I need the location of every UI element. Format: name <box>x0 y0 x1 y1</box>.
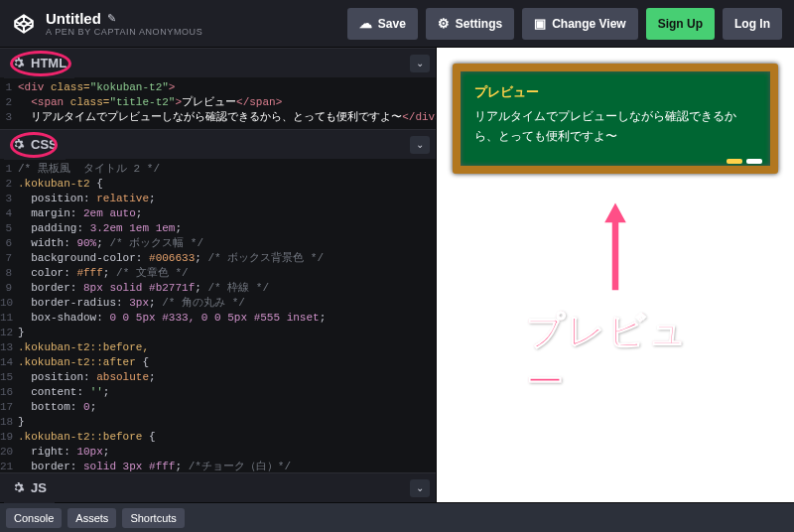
blackboard-body: リアルタイムでプレビューしながら確認できるから、とっても便利ですよ〜 <box>474 107 756 146</box>
log-in-button[interactable]: Log In <box>723 8 782 40</box>
codepen-logo-icon <box>12 12 36 36</box>
blackboard-title: プレビュー <box>474 83 756 101</box>
js-panel-label: JS <box>4 473 55 503</box>
top-bar: Untitled ✎ A PEN BY CAPTAIN ANONYMOUS ☁S… <box>0 0 794 48</box>
footer-bar: Console Assets Shortcuts <box>0 502 794 532</box>
assets-button[interactable]: Assets <box>67 508 116 528</box>
html-panel-label: HTML <box>4 49 74 78</box>
console-button[interactable]: Console <box>6 508 62 528</box>
chevron-down-icon[interactable]: ⌄ <box>410 55 430 72</box>
gear-icon: ⚙ <box>438 16 450 31</box>
editors-column: HTML ⌄ 1<div class="kokuban-t2"> 2 <span… <box>0 48 437 502</box>
sign-up-button[interactable]: Sign Up <box>646 8 715 40</box>
css-panel-label: CSS <box>4 130 66 160</box>
gear-icon[interactable] <box>12 138 25 151</box>
blackboard-box: プレビュー リアルタイムでプレビューしながら確認できるから、とっても便利ですよ〜 <box>453 64 778 174</box>
layout-icon: ▣ <box>534 16 546 31</box>
main: HTML ⌄ 1<div class="kokuban-t2"> 2 <span… <box>0 48 794 502</box>
chalk-yellow <box>727 159 742 164</box>
pencil-icon[interactable]: ✎ <box>107 12 116 25</box>
change-view-button[interactable]: ▣Change View <box>522 8 637 40</box>
annotation-label: プレビュー <box>526 306 705 407</box>
pen-title[interactable]: Untitled <box>46 10 101 27</box>
shortcuts-button[interactable]: Shortcuts <box>122 508 184 528</box>
chevron-down-icon[interactable]: ⌄ <box>410 136 430 154</box>
save-button[interactable]: ☁Save <box>347 8 418 40</box>
gear-icon[interactable] <box>12 481 25 494</box>
pen-meta: Untitled ✎ A PEN BY CAPTAIN ANONYMOUS <box>46 10 202 37</box>
css-editor[interactable]: 1/* 黒板風 タイトル 2 */ 2.kokuban-t2 { 3 posit… <box>0 159 436 472</box>
css-panel-header[interactable]: CSS ⌄ <box>0 129 436 159</box>
annotation-arrow-icon <box>600 201 630 291</box>
chevron-down-icon[interactable]: ⌄ <box>410 479 430 497</box>
settings-button[interactable]: ⚙Settings <box>426 8 514 40</box>
pen-subtitle: A PEN BY CAPTAIN ANONYMOUS <box>46 27 202 37</box>
html-panel-header[interactable]: HTML ⌄ <box>0 48 436 77</box>
gear-icon[interactable] <box>12 57 25 69</box>
chalk-white <box>746 159 762 164</box>
js-panel-header[interactable]: JS ⌄ <box>0 472 436 502</box>
header-actions: ☁Save ⚙Settings ▣Change View Sign Up Log… <box>347 8 782 40</box>
preview-pane: プレビュー リアルタイムでプレビューしながら確認できるから、とっても便利ですよ〜… <box>437 48 794 502</box>
html-editor[interactable]: 1<div class="kokuban-t2"> 2 <span class=… <box>0 77 436 129</box>
cloud-icon: ☁ <box>359 16 372 31</box>
